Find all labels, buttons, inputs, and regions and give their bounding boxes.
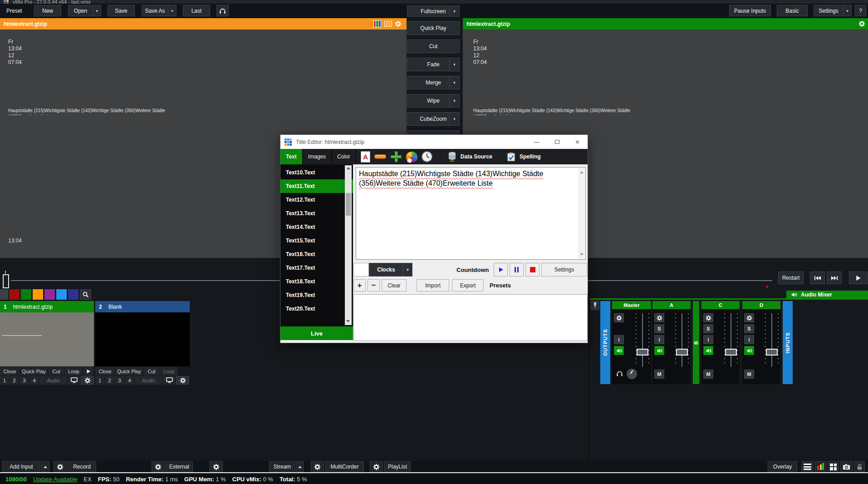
data-source-button[interactable]: Data Source: [461, 153, 492, 160]
a-fader-track[interactable]: [682, 313, 682, 367]
audio-mixer-bar[interactable]: Audio Mixer: [786, 291, 868, 299]
master-headphones-icon[interactable]: [616, 370, 623, 376]
field-item[interactable]: Text14.Text: [280, 220, 353, 234]
next-button[interactable]: [827, 272, 842, 284]
update-available-link[interactable]: Update Available: [33, 476, 77, 483]
import-button[interactable]: Import: [417, 279, 449, 291]
input1-close-button[interactable]: Close: [0, 367, 20, 375]
d-mute-button[interactable]: M: [744, 370, 754, 379]
input2-bus-2[interactable]: 2: [105, 376, 115, 385]
add-input-menu-button[interactable]: [41, 461, 49, 472]
external-settings-button[interactable]: [152, 461, 165, 472]
stream-button[interactable]: Stream: [269, 461, 295, 472]
swatch-navy[interactable]: [68, 289, 78, 300]
field-item[interactable]: Text15.Text: [280, 234, 353, 247]
record-button[interactable]: Record: [68, 461, 96, 472]
d-speaker-button[interactable]: [744, 346, 754, 355]
stream-settings-button[interactable]: [210, 461, 223, 472]
stream-menu-button[interactable]: [296, 461, 304, 472]
clocks-dropdown[interactable]: Clocks ▾: [369, 263, 412, 277]
overlay-button[interactable]: Overlay: [768, 461, 797, 472]
spelling-button[interactable]: Spelling: [520, 153, 541, 160]
d-settings-button[interactable]: [744, 313, 754, 322]
multicorder-settings-button[interactable]: [311, 461, 324, 472]
preset-add-button[interactable]: +: [353, 279, 366, 291]
a-fader-handle[interactable]: [676, 349, 688, 356]
input2-fullscreen-button[interactable]: [163, 376, 176, 385]
countdown-play-button[interactable]: [494, 263, 508, 277]
field-item[interactable]: Text10.Text: [280, 166, 353, 179]
previous-button[interactable]: [810, 272, 825, 284]
input2-quickplay-button[interactable]: Quick Play: [115, 367, 143, 375]
save-as-button[interactable]: Save As ▾: [142, 5, 177, 16]
wipe-dropdown[interactable]: ▾: [449, 94, 459, 107]
remove-icon[interactable]: [374, 154, 386, 159]
presets-panel[interactable]: [353, 294, 588, 341]
input1-thumbnail[interactable]: :: .: [0, 312, 94, 366]
program-gear-icon[interactable]: [858, 20, 865, 27]
new-button[interactable]: New: [34, 5, 61, 16]
swatch-green[interactable]: [21, 289, 31, 300]
input2-bus-3[interactable]: 3: [115, 376, 125, 385]
snapshot-button[interactable]: [840, 461, 853, 472]
scroll-down-icon[interactable]: [346, 320, 350, 322]
clear-button[interactable]: Clear: [382, 279, 407, 291]
multiview-button[interactable]: [828, 461, 839, 472]
scrollbar-thumb[interactable]: [346, 193, 351, 216]
swatch-purple[interactable]: [44, 289, 55, 300]
play-input-button[interactable]: [849, 272, 868, 284]
clock-icon[interactable]: [422, 151, 432, 162]
add-icon[interactable]: [390, 151, 402, 163]
swatch-none[interactable]: [0, 289, 8, 300]
d-fader-handle[interactable]: [766, 349, 778, 356]
c-fader-handle[interactable]: [725, 349, 737, 356]
field-item[interactable]: Text13.Text: [280, 207, 353, 220]
field-item[interactable]: Text20.Text: [280, 302, 353, 316]
headphones-button[interactable]: [216, 5, 229, 16]
swatch-orange[interactable]: [33, 289, 43, 300]
countdown-stop-button[interactable]: [525, 263, 539, 277]
a-settings-button[interactable]: [654, 313, 664, 322]
a-speaker-button[interactable]: [654, 346, 664, 355]
input2-thumbnail[interactable]: [95, 312, 190, 366]
fullscreen-button[interactable]: Fullscreen ▾: [407, 5, 460, 17]
master-settings-button[interactable]: [614, 313, 624, 322]
swatch-red[interactable]: [9, 289, 20, 300]
multicorder-button[interactable]: MultiCorder: [325, 461, 364, 472]
pause-inputs-button[interactable]: Pause Inputs: [729, 5, 771, 16]
input2-close-button[interactable]: Close: [95, 367, 115, 375]
settings-dropdown[interactable]: ▾: [843, 5, 851, 16]
fade-dropdown[interactable]: ▾: [449, 58, 459, 71]
maximize-icon[interactable]: [547, 135, 567, 149]
transition-merge-button[interactable]: Merge▾: [407, 76, 460, 89]
input2-cut-button[interactable]: Cut: [143, 367, 160, 375]
add-input-button[interactable]: Add Input: [2, 461, 40, 472]
a-mute-button[interactable]: M: [654, 370, 664, 379]
master-knob[interactable]: [627, 369, 637, 379]
input2-audio-button[interactable]: Audio: [135, 376, 163, 385]
settings-button[interactable]: Settings ▾: [814, 5, 852, 16]
tbar-handle[interactable]: [3, 274, 9, 288]
input2-settings-button[interactable]: [176, 376, 189, 385]
font-icon[interactable]: A: [361, 151, 370, 163]
input1-cut-button[interactable]: Cut: [48, 367, 65, 375]
search-input-button[interactable]: [80, 289, 91, 300]
master-fader-handle[interactable]: [637, 349, 648, 356]
input1-loop-button[interactable]: Loop: [65, 367, 83, 375]
playlist-button[interactable]: PlayList: [384, 461, 411, 472]
preset-remove-button[interactable]: −: [368, 279, 380, 291]
export-button[interactable]: Export: [452, 279, 484, 291]
minimize-icon[interactable]: —: [526, 135, 547, 149]
color-bars-icon[interactable]: [373, 20, 381, 27]
field-item[interactable]: Text16.Text: [280, 247, 353, 261]
color-palette-icon[interactable]: [406, 152, 417, 162]
audio-levels-button[interactable]: [815, 461, 826, 472]
database-icon[interactable]: [448, 152, 456, 162]
master-speaker-button[interactable]: [614, 346, 624, 355]
input1-audio-button[interactable]: Audio: [39, 376, 68, 385]
swatch-blue[interactable]: [56, 289, 67, 300]
fullscreen-dropdown[interactable]: ▾: [449, 6, 459, 16]
countdown-pause-button[interactable]: [510, 263, 524, 277]
close-icon[interactable]: ✕: [567, 135, 588, 149]
field-item[interactable]: Text18.Text: [280, 275, 353, 288]
